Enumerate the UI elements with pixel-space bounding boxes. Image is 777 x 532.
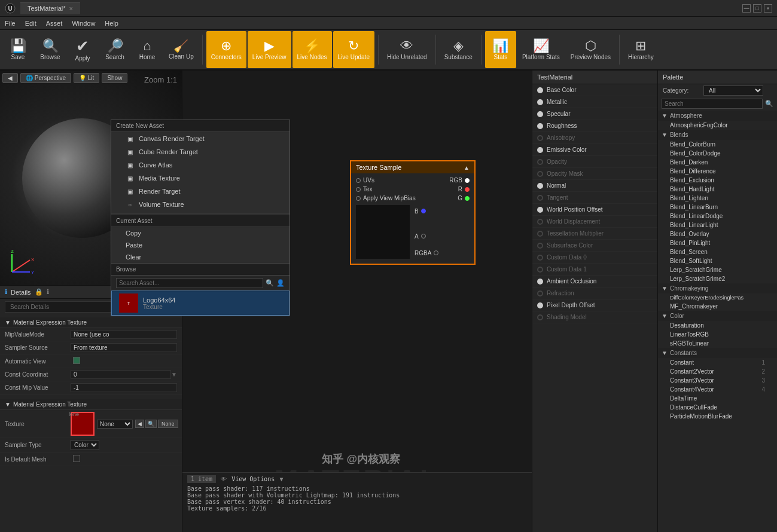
lit-button[interactable]: 💡 Lit (74, 73, 99, 83)
live-preview-button[interactable]: ▶ Live Preview (248, 31, 291, 68)
menu-help[interactable]: Help (105, 20, 118, 27)
close-button[interactable]: × (764, 4, 772, 13)
sampler-source-value[interactable]: From texture (71, 343, 177, 352)
blend-colorburn-item[interactable]: Blend_ColorBurn (658, 140, 777, 149)
collapse-icon[interactable]: ▼ (5, 319, 11, 326)
rgb-output-pin[interactable] (465, 178, 470, 183)
paste-item[interactable]: Paste (111, 239, 290, 251)
pixel-depth-offset-pin[interactable] (537, 302, 543, 308)
const-coordinat-value[interactable]: 0 (71, 370, 171, 379)
perspective-button[interactable]: 🌐 Perspective (20, 73, 71, 83)
blend-linearlight-item[interactable]: Blend_LinearLight (658, 221, 777, 230)
menu-window[interactable]: Window (72, 20, 95, 27)
uvs-input-pin[interactable] (356, 178, 361, 183)
copy-item[interactable]: Copy (111, 227, 290, 239)
specular-pin[interactable] (537, 111, 543, 117)
emissive-color-pin[interactable] (537, 147, 543, 153)
preview-nodes-button[interactable]: ⬡ Preview Nodes (566, 31, 615, 68)
deltatime-item[interactable]: DeltaTime (658, 394, 777, 403)
default-mesh-checkbox[interactable] (71, 454, 177, 464)
roughness-pin[interactable] (537, 123, 543, 129)
a-output-pin[interactable] (421, 234, 426, 239)
view-options-button[interactable]: View Options (231, 476, 275, 482)
blend-overlay-item[interactable]: Blend_Overlay (658, 230, 777, 239)
constant-item[interactable]: Constant 1 (658, 358, 777, 367)
save-button[interactable]: 💾 Save (2, 31, 33, 68)
mip-value-mode-value[interactable]: None (use co (71, 330, 177, 339)
volume-texture-item[interactable]: ○ Volume Texture (111, 198, 290, 211)
curve-atlas-item[interactable]: ▣ Curve Atlas (111, 158, 290, 172)
diffcolorkeyererode-item[interactable]: DiffColorKeyerErodeSinglePas (658, 293, 777, 302)
constant4vector-item[interactable]: Constant4Vector 4 (658, 385, 777, 394)
canvas-render-target-item[interactable]: ▣ Canvas Render Target (111, 132, 290, 145)
texture-none-button[interactable]: None (158, 420, 178, 428)
palette-search-input[interactable] (662, 99, 763, 109)
blend-difference-item[interactable]: Blend_Difference (658, 167, 777, 176)
metallic-pin[interactable] (537, 99, 543, 105)
view-options-dropdown-icon[interactable]: ▼ (279, 476, 283, 482)
lock-icon[interactable]: 🔒 (35, 288, 43, 296)
search-submit-icon[interactable]: 🔍 (266, 279, 274, 287)
asset-item[interactable]: T Logo64x64 Texture (111, 291, 290, 316)
particlemotionblurfade-item[interactable]: ParticleMotionBlurFade (658, 412, 777, 421)
collapse-icon-2[interactable]: ▼ (5, 401, 11, 408)
texture-browse-button[interactable]: 🔍 (145, 420, 157, 428)
srgbtolinear-item[interactable]: sRGBToLinear (658, 339, 777, 348)
media-texture-item[interactable]: ▣ Media Texture (111, 172, 290, 185)
texture-sample-node[interactable]: Texture Sample ▲ UVs RGB (350, 160, 476, 265)
minimize-button[interactable]: — (742, 4, 751, 13)
b-output-pin[interactable] (421, 209, 426, 213)
blend-colordodge-item[interactable]: Blend_ColorDodge (658, 149, 777, 158)
blends-group-header[interactable]: ▼ Blends (658, 130, 777, 140)
cube-render-target-item[interactable]: ▣ Cube Render Target (111, 145, 290, 158)
live-nodes-button[interactable]: ⚡ Live Nodes (292, 31, 332, 68)
blend-lineardodge-item[interactable]: Blend_LinearDodge (658, 212, 777, 221)
hide-unrelated-button[interactable]: 👁 Hide Unrelated (382, 31, 432, 68)
render-target-item[interactable]: ▣ Render Target (111, 185, 290, 198)
lineartosrgb-item[interactable]: LinearTosRGB (658, 330, 777, 339)
blend-pinlight-item[interactable]: Blend_PinLight (658, 239, 777, 247)
maximize-button[interactable]: □ (753, 4, 761, 13)
node-collapse-icon[interactable]: ▲ (464, 164, 470, 171)
constant3vector-item[interactable]: Constant3Vector 3 (658, 376, 777, 385)
lerp-scratchgrime2-item[interactable]: Lerp_ScratchGrime2 (658, 274, 777, 283)
home-button[interactable]: ⌂ Home (132, 31, 163, 68)
texture-reset-button[interactable]: ◀ (135, 420, 144, 428)
menu-file[interactable]: File (5, 20, 16, 27)
base-color-pin[interactable] (537, 87, 543, 93)
live-update-button[interactable]: ↻ Live Update (333, 31, 374, 68)
platform-stats-button[interactable]: 📈 Platform Stats (517, 31, 565, 68)
constant2vector-item[interactable]: Constant2Vector 2 (658, 367, 777, 376)
blend-lighten-item[interactable]: Blend_Lighten (658, 194, 777, 203)
texture-select[interactable]: None (97, 420, 133, 429)
atmospheric-fog-color-item[interactable]: AtmosphericFogColor (658, 121, 777, 130)
search-button[interactable]: 🔎 Search (99, 31, 130, 68)
blend-exclusion-item[interactable]: Blend_Exclusion (658, 176, 777, 185)
active-tab[interactable]: TestMaterial* × (20, 2, 80, 14)
constants-group-header[interactable]: ▼ Constants (658, 348, 777, 358)
r-output-pin[interactable] (465, 187, 470, 192)
ambient-occlusion-pin[interactable] (537, 279, 543, 285)
atmosphere-group-header[interactable]: ▼ Atmosphere (658, 111, 777, 121)
sampler-type-select[interactable]: Color (71, 440, 99, 450)
blend-darken-item[interactable]: Blend_Darken (658, 158, 777, 167)
mf-chromakeyer-item[interactable]: MF_Chromakeyer (658, 302, 777, 311)
menu-asset[interactable]: Asset (46, 20, 63, 27)
rgba-output-pin[interactable] (434, 250, 438, 255)
lerp-scratchgrime-item[interactable]: Lerp_ScratchGrime (658, 265, 777, 274)
color-group-header[interactable]: ▼ Color (658, 311, 777, 321)
viewport-back-button[interactable]: ◀ (2, 73, 18, 83)
palette-category-select[interactable]: All (703, 85, 763, 96)
const-mip-value-value[interactable]: -1 (71, 383, 177, 392)
show-button[interactable]: Show (102, 73, 127, 83)
chromakeying-group-header[interactable]: ▼ Chromakeying (658, 283, 777, 293)
menu-edit[interactable]: Edit (25, 20, 36, 27)
blend-linearburn-item[interactable]: Blend_LinearBurn (658, 203, 777, 212)
substance-button[interactable]: ◈ Substance (440, 31, 477, 68)
automatic-view-checkbox[interactable] (71, 356, 177, 366)
normal-pin[interactable] (537, 183, 543, 189)
close-tab-icon[interactable]: × (69, 5, 73, 12)
tex-input-pin[interactable] (356, 187, 361, 192)
world-position-offset-pin[interactable] (537, 207, 543, 213)
apply-button[interactable]: ✔ Apply (67, 31, 98, 68)
